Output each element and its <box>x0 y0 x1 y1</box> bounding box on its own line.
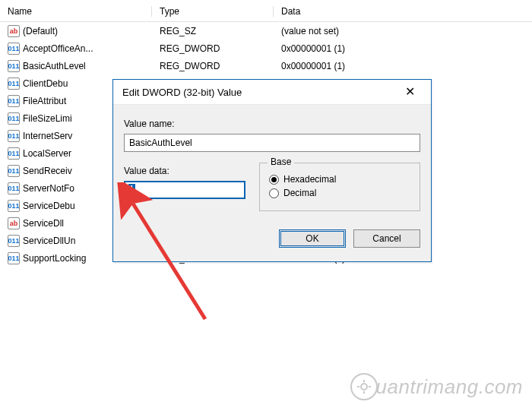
close-button[interactable]: ✕ <box>396 86 423 98</box>
cell-name: ab(Default) <box>0 25 152 37</box>
value-name-input[interactable] <box>124 134 420 152</box>
watermark-text: uantrimang.com <box>376 375 523 399</box>
value-name-text: FileAttribut <box>23 96 66 106</box>
value-name-text: ClientDebu <box>23 78 68 89</box>
radio-decimal[interactable]: Decimal <box>269 188 410 198</box>
value-name-text: SupportLocking <box>23 253 86 264</box>
value-name-text: AcceptOfficeAn... <box>23 43 93 54</box>
base-group: Base Hexadecimal Decimal <box>259 163 420 211</box>
reg-string-icon: ab <box>8 25 20 37</box>
value-name-text: ServiceDebu <box>23 201 75 211</box>
radio-label: Decimal <box>283 188 316 198</box>
value-name-text: InternetServ <box>23 131 72 141</box>
base-legend: Base <box>268 157 294 167</box>
column-headers: Name Type Data <box>0 3 532 22</box>
registry-row[interactable]: ab(Default)REG_SZ(value not set) <box>0 22 532 40</box>
cell-data: 0x00000001 (1) <box>274 43 532 54</box>
value-name-text: BasicAuthLevel <box>23 61 86 71</box>
radio-hexadecimal[interactable]: Hexadecimal <box>269 174 410 185</box>
cell-type: REG_DWORD <box>152 43 274 54</box>
reg-dword-icon: 011 <box>8 165 20 177</box>
reg-dword-icon: 011 <box>8 200 20 212</box>
cancel-button[interactable]: Cancel <box>353 229 420 248</box>
reg-dword-icon: 011 <box>8 77 20 90</box>
watermark: uantrimang.com <box>350 373 523 400</box>
reg-dword-icon: 011 <box>8 182 20 195</box>
watermark-logo-icon <box>350 373 378 400</box>
reg-dword-icon: 011 <box>8 252 20 264</box>
value-name-text: LocalServer <box>23 148 71 159</box>
value-name-text: ServiceDllUn <box>23 236 75 246</box>
value-name-text: SendReceiv <box>23 166 72 176</box>
value-name-text: FileSizeLimi <box>23 113 72 124</box>
reg-dword-icon: 011 <box>8 112 20 125</box>
cell-name: 011BasicAuthLevel <box>0 60 152 72</box>
cell-data: (value not set) <box>274 26 532 36</box>
reg-dword-icon: 011 <box>8 95 20 107</box>
column-header-type[interactable]: Type <box>152 6 274 17</box>
svg-point-2 <box>361 384 367 390</box>
value-data-label: Value data: <box>124 166 245 176</box>
registry-row[interactable]: 011AcceptOfficeAn...REG_DWORD0x00000001 … <box>0 40 532 57</box>
reg-dword-icon: 011 <box>8 130 20 142</box>
value-name-label: Value name: <box>124 119 420 129</box>
column-header-data[interactable]: Data <box>274 6 532 17</box>
value-name-text: ServerNotFo <box>23 183 74 194</box>
edit-dword-dialog: Edit DWORD (32-bit) Value ✕ Value name: … <box>112 79 432 262</box>
value-name-text: (Default) <box>23 26 58 36</box>
registry-row[interactable]: 011BasicAuthLevelREG_DWORD0x00000001 (1) <box>0 57 532 74</box>
radio-label: Hexadecimal <box>283 174 336 185</box>
value-data-input[interactable]: 1 <box>124 181 245 199</box>
reg-dword-icon: 011 <box>8 235 20 247</box>
value-name-text: ServiceDll <box>23 218 64 229</box>
column-header-name[interactable]: Name <box>0 6 152 17</box>
dialog-titlebar[interactable]: Edit DWORD (32-bit) Value ✕ <box>113 80 431 105</box>
cell-data: 0x00000001 (1) <box>274 61 532 71</box>
ok-button[interactable]: OK <box>279 229 346 248</box>
cell-name: 011AcceptOfficeAn... <box>0 43 152 55</box>
radio-icon <box>269 188 279 198</box>
reg-string-icon: ab <box>8 217 20 229</box>
reg-dword-icon: 011 <box>8 43 20 55</box>
reg-dword-icon: 011 <box>8 60 20 72</box>
cell-type: REG_DWORD <box>152 61 274 71</box>
dialog-title-text: Edit DWORD (32-bit) Value <box>122 87 242 98</box>
reg-dword-icon: 011 <box>8 147 20 160</box>
radio-icon <box>269 175 279 185</box>
cell-type: REG_SZ <box>152 26 274 36</box>
